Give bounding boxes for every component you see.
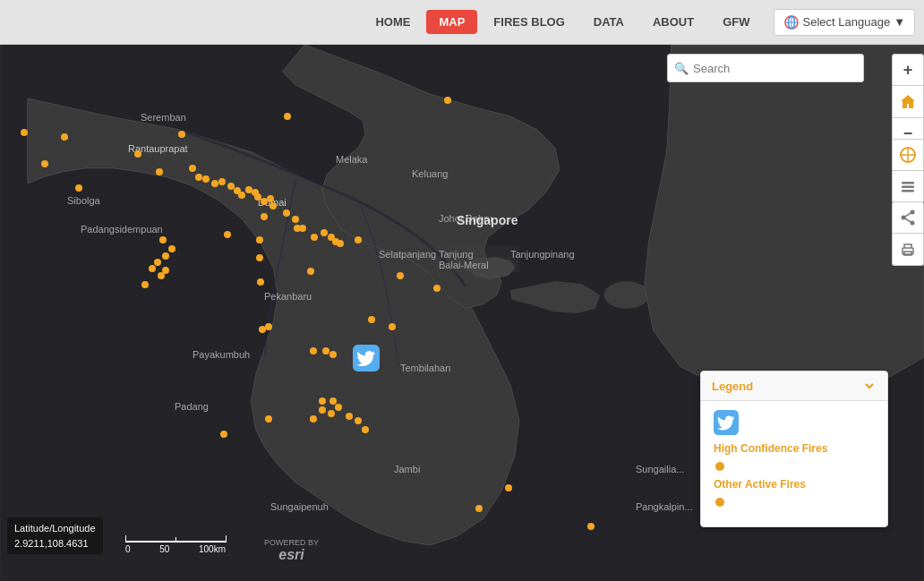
svg-rect-21: [904, 252, 911, 255]
fire-dot: [211, 180, 218, 187]
nav-about[interactable]: ABOUT: [640, 10, 706, 34]
fire-dot: [270, 202, 277, 209]
fire-dot: [337, 240, 344, 247]
fire-dot: [21, 129, 28, 136]
zoom-in-button[interactable]: +: [892, 54, 924, 86]
fire-dot: [195, 174, 202, 181]
fire-dot: [189, 165, 196, 172]
search-input[interactable]: [667, 54, 864, 82]
home-icon: [899, 93, 917, 111]
layers-button[interactable]: [892, 171, 924, 203]
globe-icon: [783, 14, 800, 30]
fire-dot: [75, 184, 82, 192]
fire-dot: [61, 133, 68, 141]
fire-dot: [310, 347, 317, 355]
fire-dot: [389, 323, 396, 330]
fire-dot: [159, 236, 167, 244]
fire-dot: [256, 236, 263, 244]
scale-label-0: 0: [125, 544, 131, 554]
legend-high-confidence-label: High Confidence Fires: [714, 442, 827, 455]
legend-twitter-icon: [714, 410, 739, 435]
fire-dot: [329, 351, 337, 358]
fire-dot: [261, 213, 268, 220]
share-button[interactable]: [892, 201, 924, 234]
home-button[interactable]: [892, 86, 924, 118]
svg-rect-12: [902, 182, 914, 184]
powered-by-label: POWERED BY: [264, 538, 319, 547]
fire-dot: [224, 231, 231, 238]
legend-item-other-fires-label: Other Active Fires: [714, 478, 875, 491]
fire-dot: [444, 97, 451, 104]
fire-dot: [475, 505, 483, 512]
legend-other-dot-sample: [715, 498, 875, 507]
legend-panel: Legend High Confidence Fires Other Activ…: [700, 371, 888, 527]
legend-item-high-confidence: High Confidence Fires: [714, 442, 875, 455]
fire-dot: [134, 150, 141, 158]
fire-dot: [328, 410, 335, 417]
fire-dot: [168, 245, 175, 252]
svg-rect-13: [902, 185, 914, 188]
fire-dot: [307, 268, 314, 275]
fire-dot: [299, 225, 306, 232]
nav-map[interactable]: MAP: [426, 10, 477, 34]
legend-other-fires-text: Other Active Fires: [714, 478, 806, 491]
fire-dot: [267, 195, 274, 202]
legend-header: Legend: [701, 372, 887, 401]
fire-dot: [149, 265, 156, 272]
fire-dot: [346, 413, 353, 420]
fire-dot: [433, 285, 441, 292]
print-button[interactable]: [892, 234, 924, 266]
nav-bar: HOME MAP FIRES BLOG DATA ABOUT GFW Selec…: [363, 9, 915, 36]
svg-point-6: [604, 282, 649, 309]
fire-dot: [319, 406, 326, 414]
map[interactable]: Seremban Melaka Keluang Johor Bahru Rant…: [0, 45, 924, 581]
fire-dot: [283, 209, 290, 217]
lang-label: Select Language: [803, 15, 891, 29]
language-selector[interactable]: Select Language ▼: [774, 9, 915, 36]
nav-gfw[interactable]: GFW: [710, 10, 762, 34]
legend-item-other-fires: [715, 462, 875, 471]
legend-dot-icon: [715, 498, 724, 507]
fire-dot: [257, 278, 264, 286]
layers-icon: [899, 178, 917, 196]
legend-chevron-icon[interactable]: [862, 379, 877, 393]
print-icon: [899, 241, 917, 259]
svg-rect-14: [902, 190, 914, 192]
fire-dot: [505, 484, 512, 491]
fire-dot: [355, 236, 362, 244]
fire-dot: [156, 168, 163, 175]
legend-item-twitter: [714, 410, 875, 435]
fire-dot: [310, 415, 317, 423]
fire-dot: [202, 175, 210, 183]
fire-dot: [265, 323, 272, 330]
fire-dot: [238, 192, 245, 199]
scale-label-50: 50: [159, 544, 169, 554]
share-icon: [899, 209, 917, 226]
coords-label: Latitude/Longitude: [14, 521, 96, 536]
map-controls-tools: [892, 139, 924, 203]
coordinates-display: Latitude/Longitude 2.9211,108.4631: [7, 517, 103, 554]
fire-dot: [397, 272, 404, 279]
nav-home[interactable]: HOME: [363, 10, 423, 34]
fire-dot: [158, 272, 165, 279]
nav-fires-blog[interactable]: FIRES BLOG: [481, 10, 577, 34]
header: HOME MAP FIRES BLOG DATA ABOUT GFW Selec…: [0, 0, 924, 45]
fire-dot: [322, 347, 329, 355]
nav-data[interactable]: DATA: [581, 10, 637, 34]
search-bar: 🔍: [667, 54, 864, 82]
fire-dot: [587, 523, 595, 530]
map-controls-share: [892, 201, 924, 266]
fire-dot: [218, 178, 226, 185]
fire-dot: [311, 234, 318, 241]
twitter-marker[interactable]: [353, 345, 380, 372]
fire-dot: [355, 417, 362, 424]
measure-button[interactable]: [892, 139, 924, 171]
fire-dot: [154, 259, 161, 266]
fire-dot: [335, 404, 342, 411]
lang-chevron: ▼: [894, 15, 905, 29]
legend-title: Legend: [712, 380, 753, 393]
fire-dot: [178, 131, 185, 138]
fire-dot: [141, 281, 149, 288]
fire-dot: [162, 252, 169, 260]
esri-logo: POWERED BY esri: [264, 538, 319, 563]
